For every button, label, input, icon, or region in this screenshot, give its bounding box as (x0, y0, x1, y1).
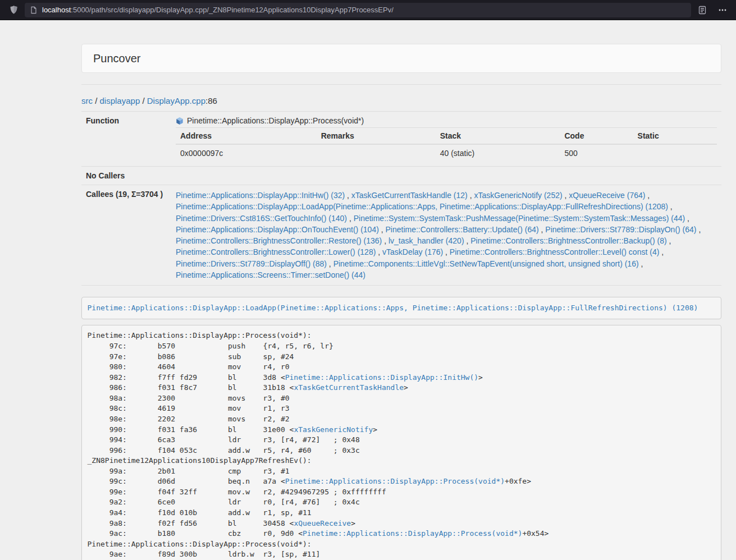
kebab-menu-icon[interactable] (714, 2, 732, 18)
breadcrumb-link[interactable]: src (81, 96, 93, 105)
asm-symbol-link[interactable]: Pinetime::Applications::DisplayApp::Proc… (303, 529, 522, 538)
callee-link[interactable]: xQueueReceive (764) (569, 191, 645, 200)
callers-row: No Callers (81, 167, 721, 185)
function-name: Pinetime::Applications::DisplayApp::Proc… (187, 116, 364, 125)
function-details-table: AddressRemarksStackCodeStatic 0x0000097c… (176, 127, 717, 162)
details-cell (633, 144, 717, 162)
callees-list: Pinetime::Applications::DisplayApp::Init… (171, 185, 721, 286)
callee-link[interactable]: Pinetime::Components::LittleVgl::SetNewT… (333, 259, 639, 268)
callee-link[interactable]: Pinetime::Controllers::Battery::Update()… (386, 225, 539, 234)
callee-link[interactable]: Pinetime::Drivers::St7789::DisplayOn() (… (545, 225, 696, 234)
details-cell: 40 (static) (436, 144, 560, 162)
callee-link[interactable]: Pinetime::Controllers::BrightnessControl… (176, 236, 382, 245)
details-cell (317, 144, 436, 162)
function-row-content: Pinetime::Applications::DisplayApp::Proc… (171, 112, 721, 167)
function-row: Function Pinetime::Applications::Display… (81, 112, 721, 167)
function-name-row: Pinetime::Applications::DisplayApp::Proc… (176, 116, 717, 127)
callee-link[interactable]: Pinetime::Controllers::BrightnessControl… (470, 236, 666, 245)
asm-symbol-link[interactable]: xQueueReceive (294, 519, 351, 527)
url-path: :5000/path/src/displayapp/DisplayApp.cpp… (71, 6, 394, 14)
asm-symbol-link[interactable]: Pinetime::Applications::DisplayApp::Init… (285, 373, 478, 382)
breadcrumb: src / displayapp / DisplayApp.cpp:86 (81, 96, 721, 105)
reader-view-icon (698, 6, 707, 15)
more-options-icon (718, 6, 727, 15)
details-header-row: AddressRemarksStackCodeStatic (176, 128, 717, 145)
details-column-header: Code (560, 128, 633, 145)
callers-row-label: No Callers (81, 167, 171, 185)
callees-row: Callees (19, Σ=3704 ) Pinetime::Applicat… (81, 185, 721, 286)
callee-link[interactable]: Pinetime::Drivers::Cst816S::GetTouchInfo… (176, 214, 347, 223)
page-content: Puncover src / displayapp / DisplayApp.c… (81, 44, 721, 560)
reader-mode-icon[interactable] (693, 2, 711, 18)
asm-symbol-link[interactable]: Pinetime::Applications::DisplayApp::Proc… (285, 477, 505, 485)
callee-link[interactable]: Pinetime::Applications::DisplayApp::Load… (176, 202, 668, 211)
symbol-info-table: Function Pinetime::Applications::Display… (81, 111, 721, 286)
browser-toolbar: localhost:5000/path/src/displayapp/Displ… (0, 0, 736, 20)
callee-link[interactable]: Pinetime::System::SystemTask::PushMessag… (354, 214, 685, 223)
page-title: Puncover (93, 52, 710, 65)
callee-link[interactable]: Pinetime::Controllers::BrightnessControl… (176, 247, 376, 256)
function-icon (176, 117, 184, 125)
details-row: 0x0000097c40 (static)500 (176, 144, 717, 162)
highlighted-symbol-box: Pinetime::Applications::DisplayApp::Load… (81, 297, 721, 319)
callee-link[interactable]: Pinetime::Controllers::BrightnessControl… (450, 247, 659, 256)
shield-icon[interactable] (4, 2, 22, 18)
shield-icon (9, 5, 19, 15)
breadcrumb-link[interactable]: DisplayApp.cpp (147, 96, 205, 105)
callee-link[interactable]: Pinetime::Drivers::St7789::DisplayOff() … (176, 259, 327, 268)
function-row-label: Function (81, 112, 171, 167)
details-table-body: 0x0000097c40 (static)500 (176, 144, 717, 162)
details-cell: 500 (560, 144, 633, 162)
callers-row-content (171, 167, 721, 185)
app-header-panel: Puncover (81, 44, 721, 73)
callee-link[interactable]: Pinetime::Applications::Screens::Timer::… (176, 270, 365, 279)
asm-symbol-link[interactable]: xTaskGenericNotify (294, 425, 373, 434)
callees-row-label: Callees (19, Σ=3704 ) (81, 185, 171, 286)
url-host: localhost (42, 6, 71, 14)
divider (81, 84, 721, 85)
asm-symbol-link[interactable]: xTaskGetCurrentTaskHandle (294, 383, 404, 392)
details-column-header: Address (176, 128, 317, 145)
details-table-head: AddressRemarksStackCodeStatic (176, 128, 717, 145)
callee-link[interactable]: xTaskGetCurrentTaskHandle (12) (351, 191, 468, 200)
details-column-header: Static (633, 128, 717, 145)
callee-link[interactable]: lv_task_handler (420) (388, 236, 464, 245)
url-bar[interactable]: localhost:5000/path/src/displayapp/Displ… (25, 3, 691, 17)
url-text: localhost:5000/path/src/displayapp/Displ… (42, 6, 394, 14)
details-column-header: Remarks (317, 128, 436, 145)
callee-link[interactable]: xTaskGenericNotify (252) (474, 191, 562, 200)
callee-link[interactable]: vTaskDelay (176) (382, 247, 443, 256)
page-info-icon[interactable] (30, 6, 38, 14)
callee-link[interactable]: Pinetime::Applications::DisplayApp::OnTo… (176, 225, 379, 234)
details-column-header: Stack (436, 128, 560, 145)
details-cell: 0x0000097c (176, 144, 317, 162)
highlighted-symbol-link[interactable]: Pinetime::Applications::DisplayApp::Load… (88, 304, 698, 312)
disassembly-listing: Pinetime::Applications::DisplayApp::Proc… (81, 325, 721, 560)
callee-link[interactable]: Pinetime::Applications::DisplayApp::Init… (176, 191, 345, 200)
breadcrumb-link[interactable]: displayapp (100, 96, 140, 105)
